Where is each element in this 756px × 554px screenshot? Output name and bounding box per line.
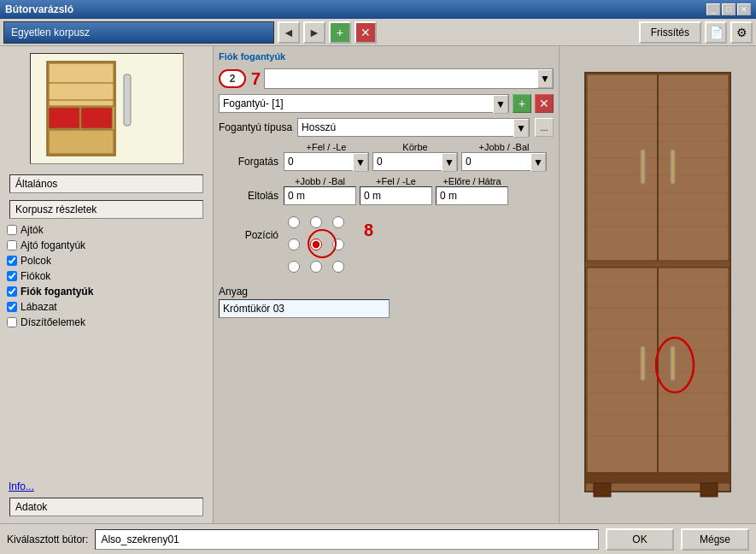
eltolas-section: +Jobb / -Bal +Fel / -Le +Előre / Hátra E… — [219, 176, 554, 205]
fogantyú-del-btn[interactable]: ✕ — [535, 94, 554, 113]
gear-icon-btn[interactable]: ⚙ — [730, 21, 753, 44]
bottom-bar: Kiválasztott bútor: Also_szekreny01 OK M… — [0, 523, 756, 554]
forgatas-val1-arrow[interactable]: ▼ — [353, 153, 368, 172]
altalanos-item[interactable]: Általános — [3, 171, 209, 197]
fiok-fogantyuk-checkbox[interactable] — [7, 286, 17, 297]
fiok-fogantyuk-label: Fiók fogantyúk — [21, 286, 93, 298]
fiokok-checkbox[interactable] — [7, 271, 17, 281]
nav-fwd-btn[interactable]: ► — [303, 21, 325, 44]
info-link[interactable]: Info... — [3, 479, 209, 494]
ajtok-label: Ajtók — [21, 224, 44, 236]
eltolas-values-row: Eltolás — [219, 186, 554, 205]
labazat-label: Lábazat — [21, 301, 57, 313]
ajto-fogantyuk-item[interactable]: Ajtó fogantyúk — [3, 238, 209, 253]
ajtok-item[interactable]: Ajtók — [3, 222, 209, 238]
forgatas-val3[interactable]: 0 — [462, 153, 530, 170]
radio-middleleft[interactable] — [284, 234, 304, 255]
svg-rect-38 — [700, 483, 718, 497]
labazat-item[interactable]: Lábazat — [3, 299, 209, 315]
eltolas-label: Eltolás — [219, 190, 278, 202]
minimize-btn[interactable]: _ — [706, 3, 720, 15]
fogantyú-select-input[interactable]: Fogantyú- [1] — [220, 95, 493, 112]
title-bar: Bútorvarázsló _ □ ✕ — [0, 0, 756, 19]
svg-rect-20 — [641, 150, 645, 184]
svg-rect-22 — [585, 261, 730, 268]
diszitoelemek-checkbox[interactable] — [7, 317, 17, 327]
ok-btn[interactable]: OK — [606, 528, 674, 551]
radio-topcenter[interactable] — [306, 212, 326, 233]
fogantyú-típusa-input[interactable]: Hosszú — [298, 119, 513, 136]
maximize-btn[interactable]: □ — [722, 3, 735, 15]
panel-title: Egyetlen korpusz — [3, 21, 274, 44]
radio-middlecenter[interactable] — [306, 234, 326, 255]
close-btn[interactable]: ✕ — [737, 3, 751, 15]
fiok-count-dropdown-arrow[interactable]: ▼ — [537, 69, 553, 88]
radio-grid-container — [284, 212, 349, 277]
labazat-checkbox[interactable] — [7, 302, 17, 312]
radio-topleft[interactable] — [284, 212, 304, 233]
forgatas-section: +Fel / -Le Körbe +Jobb / -Bal Forgatás 0… — [219, 142, 554, 171]
furniture-preview — [30, 53, 184, 164]
radio-middleright[interactable] — [328, 234, 349, 255]
fiok-number: 2 — [230, 73, 236, 85]
cancel-btn[interactable]: Mégse — [681, 528, 749, 551]
pozicio-label: Pozíció — [219, 212, 278, 241]
eltolas-val2[interactable] — [360, 186, 432, 205]
furniture-canvas — [566, 51, 750, 523]
annotation-7: 7 — [251, 69, 261, 89]
window-title: Bútorvarázsló — [5, 3, 73, 15]
svg-rect-2 — [49, 108, 79, 128]
nav-back-btn[interactable]: ◄ — [278, 21, 300, 44]
furniture-thumbnail-svg — [38, 57, 175, 160]
ajto-fogantyuk-checkbox[interactable] — [7, 240, 17, 250]
eltolas-col2: +Fel / -Le — [360, 176, 432, 186]
forgatas-values-row: Forgatás 0 ▼ 0 ▼ 0 ▼ — [219, 152, 554, 171]
korpusz-item[interactable]: Korpusz részletek — [3, 197, 209, 222]
polcok-checkbox[interactable] — [7, 256, 17, 266]
diszitoelemek-item[interactable]: Díszítőelemek — [3, 315, 209, 330]
polcok-label: Polcok — [21, 255, 51, 267]
fogantyú-típusa-arrow[interactable]: ▼ — [513, 119, 529, 138]
forgatas-header: +Fel / -Le Körbe +Jobb / -Bal — [284, 142, 554, 152]
ajtok-checkbox[interactable] — [7, 225, 17, 235]
anyag-input[interactable] — [219, 299, 390, 318]
fiokok-item[interactable]: Fiókok — [3, 268, 209, 284]
selected-label: Kiválasztott bútor: — [7, 533, 88, 545]
eltolas-val3[interactable] — [436, 186, 508, 205]
fiok-count-input[interactable] — [265, 69, 537, 88]
refresh-btn[interactable]: Frissítés — [639, 21, 701, 44]
pages-icon-btn[interactable]: 📄 — [705, 21, 727, 44]
forgatas-val2[interactable]: 0 — [373, 153, 442, 170]
polcok-item[interactable]: Polcok — [3, 253, 209, 268]
add-btn[interactable]: + — [329, 21, 351, 44]
wardrobe-svg — [577, 64, 739, 517]
fiok-header: 2 7 ▼ — [219, 68, 554, 89]
window-controls: _ □ ✕ — [706, 3, 751, 15]
ajto-fogantyuk-label: Ajtó fogantyúk — [21, 239, 85, 251]
annotation-8: 8 — [364, 221, 373, 240]
anyag-label: Anyag — [219, 286, 554, 298]
forgatas-val1[interactable]: 0 — [284, 153, 353, 170]
fogantyú-select-arrow[interactable]: ▼ — [493, 95, 508, 114]
eltolas-col1: +Jobb / -Bal — [284, 176, 356, 186]
típusa-dots-btn[interactable]: ... — [535, 118, 554, 137]
radio-bottomleft[interactable] — [284, 256, 304, 277]
adatok-label: Adatok — [9, 498, 203, 516]
anyag-section: Anyag — [219, 286, 554, 318]
fogantyú-add-btn[interactable]: + — [513, 94, 531, 113]
fiokok-label: Fiókok — [21, 270, 50, 282]
fogantyú-row: Fogantyú- [1] ▼ + ✕ — [219, 94, 554, 113]
altalanos-label: Általános — [9, 174, 203, 193]
adatok-item[interactable]: Adatok — [3, 494, 209, 520]
svg-rect-3 — [81, 108, 112, 128]
eltolas-val1[interactable] — [284, 186, 356, 205]
fiok-fogantyuk-item[interactable]: Fiók fogantyúk — [3, 284, 209, 299]
close-nav-btn[interactable]: ✕ — [355, 21, 377, 44]
radio-topright[interactable] — [328, 212, 349, 233]
forgatas-val3-arrow[interactable]: ▼ — [530, 153, 546, 172]
radio-bottomright[interactable] — [328, 256, 349, 277]
forgatas-col1: +Fel / -Le — [284, 142, 369, 152]
radio-bottomcenter[interactable] — [306, 256, 326, 277]
forgatas-val2-arrow[interactable]: ▼ — [442, 153, 457, 172]
svg-rect-36 — [585, 473, 730, 483]
